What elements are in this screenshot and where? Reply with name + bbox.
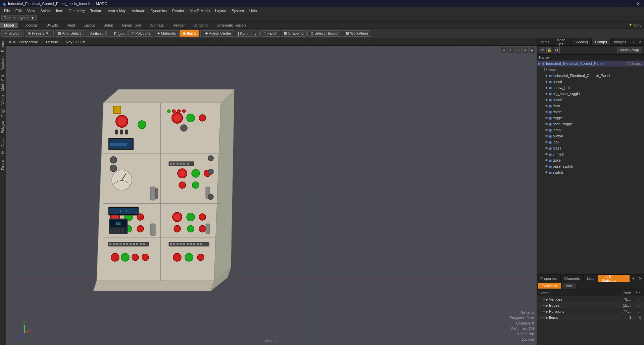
tree-item[interactable]: 👁 ◼ board [537, 79, 644, 85]
viewport-render-mode[interactable]: Ray GL: Off [66, 40, 85, 44]
workplane-btn[interactable]: ⊟ WorkPlane [343, 30, 371, 37]
groups-tool-eye[interactable]: 👁 [539, 47, 545, 53]
viewport-next-btn[interactable]: ▶ [13, 40, 16, 44]
presets-btn[interactable]: ⊙ Presets ▼ [25, 30, 52, 37]
minimize-button[interactable]: ─ [619, 1, 625, 6]
tree-root-arrow[interactable]: ▶ [538, 62, 541, 66]
mode-tab-scripting[interactable]: Scripting [189, 23, 212, 28]
mode-tab-schematic-fusion[interactable]: Schematic Fusion [212, 23, 250, 28]
left-tab-duplicate[interactable]: Duplicate [0, 54, 5, 73]
close-button[interactable]: ✕ [635, 1, 641, 6]
viewport-maximize-btn[interactable]: ⊞ [501, 47, 507, 53]
tab-mesh-ops[interactable]: Mesh Ops [553, 38, 571, 45]
eye-icon[interactable]: 👁 [545, 74, 548, 78]
menu-item-select[interactable]: Select [38, 8, 53, 13]
menu-item-geometry[interactable]: Geometry [66, 8, 87, 13]
tree-root-item[interactable]: ▶ ▣ Industrial_Electrical_Control_Panel … [537, 60, 644, 67]
add-bottom-tab-btn[interactable]: + [630, 275, 637, 282]
mode-tab-uvedit[interactable]: UVEdit [42, 23, 62, 28]
groups-tool-lock[interactable]: 🔒 [546, 47, 552, 53]
eye-icon[interactable]: 👁 [545, 80, 548, 84]
layout-dropdown[interactable]: Default Layouts ▼ [1, 15, 37, 20]
mode-tab-layout[interactable]: Layout [80, 23, 99, 28]
menu-item-animate[interactable]: Animate [129, 8, 148, 13]
tree-item[interactable]: 👁 ◼ switch [537, 169, 644, 175]
eye-icon[interactable]: 👁 [545, 159, 548, 162]
stats-minus-polygons[interactable]: − [543, 309, 545, 314]
falloff-btn[interactable]: ∿ Falloff [260, 30, 281, 37]
left-tab-deform[interactable]: Deform [0, 39, 5, 54]
stats-minus-vertices[interactable]: − [543, 297, 545, 302]
bottom-right-tabs[interactable]: Properties Channels Lists Info & Statist… [537, 275, 644, 282]
sculpt-btn[interactable]: ✏ Sculpt [1, 30, 22, 37]
eye-icon[interactable]: 👁 [545, 104, 548, 108]
tree-item[interactable]: 👁 ◼ big_base_toggle [537, 91, 644, 97]
menu-item-system[interactable]: System [229, 8, 247, 13]
add-panel-tab-btn[interactable]: + [630, 39, 637, 45]
eye-icon[interactable]: 👁 [545, 92, 548, 96]
eye-icon[interactable]: 👁 [545, 165, 548, 168]
viewport-camera[interactable]: Default [46, 40, 58, 44]
eye-icon[interactable]: 👁 [545, 134, 548, 138]
select-through-btn[interactable]: ⊡ Select Through [307, 30, 342, 37]
left-tab-vertex[interactable]: Vertex [0, 93, 5, 106]
titlebar-right[interactable]: ─ □ ✕ [619, 1, 641, 6]
eye-icon[interactable]: 👁 [545, 122, 548, 126]
bottom-panel-settings[interactable]: ✕ [637, 275, 644, 282]
eye-icon[interactable]: 👁 [545, 116, 548, 120]
eye-icon[interactable]: 👁 [545, 110, 548, 114]
groups-tool-gear[interactable]: ⚙ [554, 47, 560, 53]
stats-expand-edges[interactable]: ▶ [546, 304, 548, 307]
viewport-corner-controls[interactable]: ⊞ ↻ 🎥 ⚙ ▶ [501, 47, 535, 53]
eye-icon[interactable]: 👁 [545, 140, 548, 144]
bottom-tab-properties[interactable]: Properties [537, 275, 561, 282]
tree-item[interactable]: 👁 ◼ toggle [537, 115, 644, 121]
eye-icon[interactable]: 👁 [545, 146, 548, 150]
vertices-btn[interactable]: · Vertices [85, 31, 106, 37]
stats-plus-edges[interactable]: + [540, 303, 542, 308]
menu-item-item[interactable]: Item [53, 8, 66, 13]
action-center-btn[interactable]: ⊕ Action Center [202, 30, 234, 37]
tab-shading[interactable]: Shading [571, 38, 591, 45]
tree-item[interactable]: 👁 ◼ doide [537, 109, 644, 115]
auto-select-btn[interactable]: ⊡ Auto Select [55, 30, 84, 37]
tree-item[interactable]: 👁 ◼ button [537, 133, 644, 139]
stats-plus-vertices[interactable]: + [540, 297, 542, 302]
menu-item-dynamics[interactable]: Dynamics [148, 8, 169, 13]
stats-minus-edges[interactable]: − [543, 303, 545, 308]
tree-item[interactable]: 👁 ◼ screw_bolt [537, 85, 644, 91]
left-tab-fusion[interactable]: Fusion [0, 158, 5, 172]
viewport-projection[interactable]: Perspective [19, 40, 38, 44]
polygons-btn[interactable]: ◻ Polygons [128, 30, 153, 37]
tree-item[interactable]: 👁 ◼ lamp [537, 127, 644, 133]
tab-groups[interactable]: Groups [592, 38, 611, 45]
tree-item[interactable]: 👁 ◼ v_metr [537, 151, 644, 157]
materials-btn[interactable]: ◈ Materials [154, 30, 179, 37]
bottom-tab-info-stats[interactable]: Info & Statistics [598, 275, 630, 282]
menu-item-view[interactable]: View [24, 8, 38, 13]
left-tab-polygon[interactable]: Polygon [0, 119, 5, 135]
viewport-refresh-btn[interactable]: ↻ [508, 47, 514, 53]
menu-item-layout[interactable]: Layout [212, 8, 229, 13]
groups-toolbar[interactable]: 👁 🔒 ⚙ New Group [537, 46, 644, 55]
menu-item-file[interactable]: File [1, 8, 13, 13]
tree-item[interactable]: 👁 ◼ base_toggle [537, 121, 644, 127]
viewport-prev-btn[interactable]: ◀ [8, 40, 11, 44]
snapping-btn[interactable]: ⊞ Snapping [281, 30, 307, 37]
eye-icon[interactable]: 👁 [545, 86, 548, 90]
restore-button[interactable]: □ [628, 1, 633, 6]
mode-tab-game-tools[interactable]: Game Tools [118, 23, 146, 28]
tab-items[interactable]: Items [537, 38, 553, 45]
viewport-canvas[interactable]: LCD 888 No Items [6, 46, 537, 345]
tree-item[interactable]: 👁 ◼ door [537, 103, 644, 109]
tree-item[interactable]: 👁 ◼ panel [537, 97, 644, 103]
stats-expand-vertices[interactable]: ▶ [546, 298, 548, 301]
mode-tab-animate[interactable]: Animate [146, 23, 168, 28]
mode-tab-model[interactable]: Model [0, 23, 18, 28]
mode-tab-setup[interactable]: Setup [99, 23, 117, 28]
stats-section-btn[interactable]: Statistics [538, 283, 561, 289]
menu-item-maxtomodo[interactable]: MaxToModo [187, 8, 212, 13]
left-tab-curve[interactable]: Curve [0, 136, 5, 149]
items-btn[interactable]: ◉ Items [180, 30, 199, 37]
stats-plus-polygons[interactable]: + [540, 309, 542, 314]
